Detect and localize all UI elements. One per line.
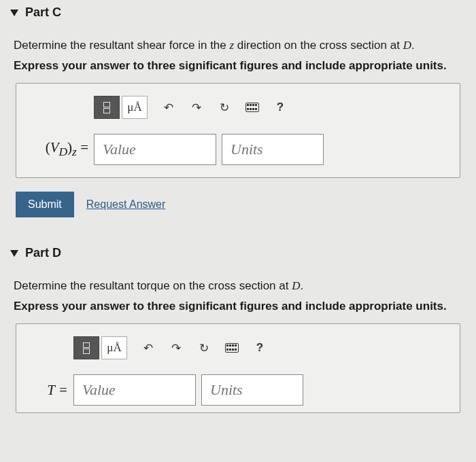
part-d-header[interactable]: Part D	[10, 246, 466, 260]
undo-button[interactable]: ↶	[135, 336, 161, 359]
undo-icon: ↶	[143, 341, 153, 355]
mu-angstrom-icon: μÅ	[127, 101, 141, 114]
undo-icon: ↶	[164, 101, 173, 115]
collapse-caret-icon	[10, 10, 18, 16]
part-d-instruction: Express your answer to three significant…	[14, 300, 466, 313]
keyboard-button[interactable]	[219, 336, 245, 359]
q-text: .	[411, 39, 415, 52]
spacer	[150, 96, 154, 119]
part-c-header[interactable]: Part C	[10, 5, 466, 20]
part-d-question: Determine the resultant torque on the cr…	[14, 279, 466, 293]
q-text: Determine the resultant shear force in t…	[14, 39, 230, 52]
symbols-button[interactable]: μÅ	[101, 336, 127, 359]
part-d-variable-label: T =	[26, 382, 68, 399]
mu-angstrom-icon: μÅ	[107, 341, 121, 355]
keyboard-icon	[245, 103, 259, 112]
keyboard-button[interactable]	[239, 96, 265, 119]
help-button[interactable]: ?	[247, 336, 273, 359]
q-text: .	[300, 279, 303, 292]
part-d-input-row: T =	[26, 374, 450, 406]
part-d-title: Part D	[25, 246, 61, 260]
redo-icon: ↷	[171, 341, 181, 355]
request-answer-link[interactable]: Request Answer	[86, 198, 166, 211]
part-c-title: Part C	[25, 5, 61, 20]
redo-button[interactable]: ↷	[163, 336, 189, 359]
q-loc-d: D	[292, 279, 300, 292]
templates-button[interactable]	[73, 336, 99, 359]
reset-button[interactable]: ↻	[211, 96, 237, 119]
fraction-template-icon	[83, 342, 90, 354]
reset-icon: ↻	[220, 101, 229, 115]
redo-icon: ↷	[192, 101, 201, 115]
units-input[interactable]	[222, 134, 324, 165]
q-text: Determine the resultant torque on the cr…	[14, 279, 292, 292]
keyboard-icon	[225, 343, 239, 353]
part-c-question: Determine the resultant shear force in t…	[14, 39, 466, 52]
equation-toolbar: μÅ ↶ ↷ ↻ ?	[73, 336, 450, 359]
reset-button[interactable]: ↻	[191, 336, 217, 359]
part-c-variable-label: (VD)z =	[26, 139, 88, 159]
value-input[interactable]	[73, 374, 196, 406]
reset-icon: ↻	[199, 341, 209, 355]
value-input[interactable]	[94, 134, 216, 165]
equation-toolbar: μÅ ↶ ↷ ↻ ?	[94, 96, 450, 119]
undo-button[interactable]: ↶	[156, 96, 182, 119]
symbols-button[interactable]: μÅ	[122, 96, 148, 119]
redo-button[interactable]: ↷	[184, 96, 209, 119]
help-icon: ?	[256, 341, 263, 355]
submit-button[interactable]: Submit	[16, 192, 74, 217]
part-d-answer-box: μÅ ↶ ↷ ↻ ? T =	[16, 323, 460, 413]
units-input[interactable]	[201, 374, 303, 406]
part-c-answer-box: μÅ ↶ ↷ ↻ ? (VD)z =	[16, 83, 460, 178]
fraction-template-icon	[103, 102, 110, 113]
help-button[interactable]: ?	[267, 96, 293, 119]
templates-button[interactable]	[94, 96, 120, 119]
collapse-caret-icon	[10, 250, 18, 257]
part-c-submit-row: Submit Request Answer	[16, 192, 466, 217]
q-text: direction on the cross section at	[234, 39, 403, 52]
part-c-instruction: Express your answer to three significant…	[14, 59, 466, 73]
help-icon: ?	[277, 101, 284, 114]
part-c-input-row: (VD)z =	[26, 134, 450, 165]
q-loc-d: D	[403, 39, 411, 52]
spacer	[129, 336, 133, 359]
